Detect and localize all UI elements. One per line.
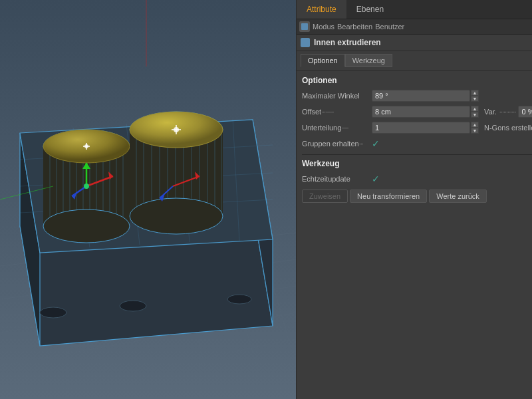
section-title: Innen extrudieren (314, 38, 381, 47)
prop-row-unterteilung: Unterteilung····· ▲ ▼ N-Gons erstellen (302, 121, 532, 134)
prop-label-gruppen: Gruppen erhalten··· (302, 140, 372, 148)
echtzeit-checkmark[interactable]: ✓ (372, 174, 380, 184)
spin-up-unterteilung[interactable]: ▲ (471, 122, 479, 128)
svg-point-63 (227, 295, 251, 304)
prop-input-var[interactable] (518, 106, 532, 118)
prop-spinner-max-winkel[interactable]: ▲ ▼ (471, 90, 479, 102)
main-tab-bar: Attribute Ebenen (297, 0, 532, 19)
spin-up-max-winkel[interactable]: ▲ (471, 90, 479, 96)
toolbar-benutzer[interactable]: Benutzer (375, 23, 404, 31)
prop-extra-var: Var. ············ (484, 106, 532, 118)
prop-label-unterteilung: Unterteilung····· (302, 124, 372, 132)
toolbar-bearbeiten[interactable]: Bearbeiten (337, 23, 372, 31)
section-header: Innen extrudieren (297, 35, 532, 51)
svg-marker-78 (302, 39, 309, 46)
tab-attribute[interactable]: Attribute (297, 0, 346, 19)
viewport[interactable] (0, 0, 296, 399)
svg-rect-77 (301, 23, 308, 30)
right-panel: Attribute Ebenen Modus Bearbeiten Benutz… (296, 0, 532, 399)
prop-input-max-winkel[interactable] (372, 90, 470, 102)
werkzeug-group-title: Werkzeug (302, 159, 532, 168)
svg-point-37 (43, 209, 130, 243)
prop-row-gruppen: Gruppen erhalten··· ✓ (302, 137, 532, 150)
werkzeug-section: Werkzeug Echtzeitupdate ✓ Zuweisen Neu t… (302, 159, 532, 203)
prop-row-offset: Offset········· ▲ ▼ Var. ············ (302, 105, 532, 118)
prop-spinner-unterteilung[interactable]: ▲ ▼ (471, 122, 479, 134)
prop-spinner-offset[interactable]: ▲ ▼ (471, 106, 479, 118)
prop-label-echtzeit: Echtzeitupdate (302, 175, 372, 183)
content-area: Optionen Maximaler Winkel ▲ ▼ Offset····… (297, 70, 532, 399)
gruppen-checkmark[interactable]: ✓ (372, 138, 380, 149)
tab-ebenen[interactable]: Ebenen (346, 0, 394, 19)
btn-zuweisen[interactable]: Zuweisen (302, 190, 348, 203)
prop-row-max-winkel: Maximaler Winkel ▲ ▼ (302, 89, 532, 102)
sub-tab-optionen[interactable]: Optionen (301, 54, 345, 67)
sub-tabs: Optionen Werkzeug (297, 51, 532, 70)
svg-point-61 (40, 307, 66, 318)
spin-down-offset[interactable]: ▼ (471, 112, 479, 118)
toolbar-row: Modus Bearbeiten Benutzer ▶ (297, 19, 532, 35)
prop-label-max-winkel: Maximaler Winkel (302, 92, 372, 100)
toolbar-icon (299, 21, 310, 32)
prop-input-unterteilung[interactable] (372, 122, 470, 134)
sub-tab-werkzeug[interactable]: Werkzeug (345, 54, 392, 67)
prop-extra-ngons: N-Gons erstellen (484, 124, 532, 132)
section-icon (301, 38, 310, 47)
svg-point-62 (120, 301, 146, 311)
prop-row-echtzeit: Echtzeitupdate ✓ (302, 172, 532, 186)
main-container: Attribute Ebenen Modus Bearbeiten Benutz… (0, 0, 532, 399)
prop-label-offset: Offset········· (302, 108, 372, 116)
divider (302, 154, 532, 155)
btn-werte-zurueck[interactable]: Werte zurück (429, 190, 487, 203)
spin-up-offset[interactable]: ▲ (471, 106, 479, 112)
ngons-label: N-Gons erstellen (484, 124, 532, 132)
var-dots: ············ (499, 108, 516, 116)
svg-point-56 (130, 198, 223, 234)
btn-neu-transformieren[interactable]: Neu transformieren (350, 190, 427, 203)
var-label: Var. (484, 108, 497, 116)
options-group-title: Optionen (302, 76, 532, 85)
spin-down-max-winkel[interactable]: ▼ (471, 96, 479, 102)
spin-down-unterteilung[interactable]: ▼ (471, 128, 479, 134)
button-row: Zuweisen Neu transformieren Werte zurück (302, 190, 532, 203)
svg-point-70 (84, 184, 89, 189)
toolbar-modus[interactable]: Modus (313, 23, 334, 31)
prop-input-offset[interactable] (372, 106, 470, 118)
